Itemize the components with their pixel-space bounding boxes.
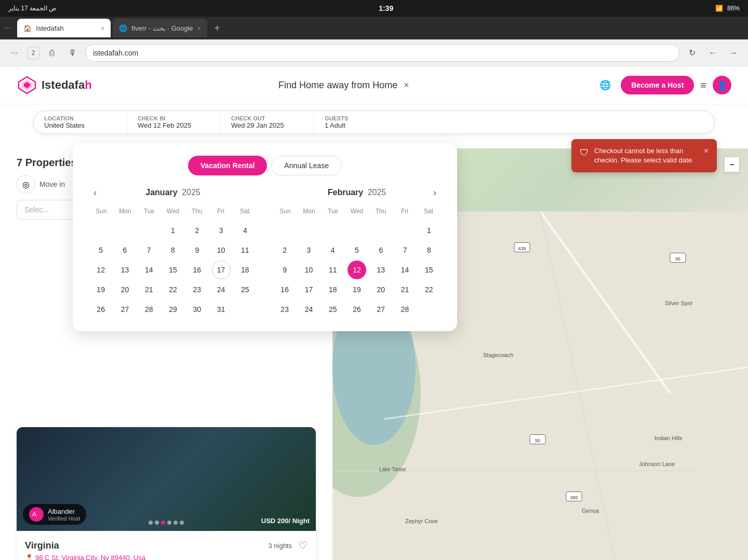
url-bar[interactable]: istedafah.com <box>85 44 679 62</box>
jan-day-15[interactable]: 15 <box>164 261 182 279</box>
property-address: 📍 98 C St, Virginia City, Nv 89440, Usa <box>25 554 308 560</box>
jan-day-31[interactable]: 31 <box>212 300 231 319</box>
hamburger-icon[interactable]: ≡ <box>700 79 706 91</box>
jan-day-3[interactable]: 3 <box>212 221 231 240</box>
feb-day-27[interactable]: 27 <box>371 300 390 319</box>
feb-day-10[interactable]: 10 <box>299 261 318 279</box>
feb-day-22[interactable]: 22 <box>420 280 438 299</box>
map-zoom-out-button[interactable]: − <box>724 157 740 172</box>
vacation-rental-tab[interactable]: Vacation Rental <box>188 156 267 175</box>
feb-day-24[interactable]: 24 <box>299 300 318 319</box>
jan-day-28[interactable]: 28 <box>140 300 158 319</box>
feb-day-9[interactable]: 9 <box>275 261 294 279</box>
feb-day-2[interactable]: 2 <box>275 241 294 259</box>
logo[interactable]: Istedafah <box>17 75 92 95</box>
nav-dots-button[interactable]: ··· <box>6 45 23 61</box>
feb-day-17[interactable]: 17 <box>299 280 318 299</box>
tab-more-icon[interactable]: ··· <box>4 23 11 33</box>
jan-day-23[interactable]: 23 <box>188 280 206 299</box>
microphone-button[interactable]: 🎙 <box>64 45 81 61</box>
checkout-field[interactable]: Check Out Wed 29 Jan 2025 <box>221 111 314 133</box>
feb-day-19[interactable]: 19 <box>348 280 366 299</box>
feb-day-13[interactable]: 13 <box>371 261 390 279</box>
february-days: 1 2 3 4 5 6 7 8 9 10 11 <box>273 221 440 319</box>
jan-day-19[interactable]: 19 <box>91 280 110 299</box>
feb-day-1[interactable]: 1 <box>420 221 438 240</box>
jan-day-14[interactable]: 14 <box>140 261 158 279</box>
user-avatar[interactable]: 👤 <box>713 76 731 94</box>
prev-month-button[interactable]: ‹ <box>89 185 101 200</box>
jan-day-6[interactable]: 6 <box>115 241 134 259</box>
feb-day-16[interactable]: 16 <box>275 280 294 299</box>
feb-day-21[interactable]: 21 <box>396 280 415 299</box>
jan-day-26[interactable]: 26 <box>91 300 110 319</box>
guests-value: 1 Adult <box>325 121 397 129</box>
jan-day-12[interactable]: 12 <box>91 261 110 279</box>
feb-day-11[interactable]: 11 <box>324 261 342 279</box>
jan-day-5[interactable]: 5 <box>91 241 110 259</box>
jan-day-30[interactable]: 30 <box>188 300 206 319</box>
avatar-icon: 👤 <box>717 80 727 90</box>
language-button[interactable]: 🌐 <box>596 76 615 94</box>
jan-day-11[interactable]: 11 <box>236 241 255 259</box>
jan-day-24[interactable]: 24 <box>212 280 231 299</box>
checkin-field[interactable]: Check In Wed 12 Feb 2025 <box>127 111 221 133</box>
favorite-button[interactable]: ♡ <box>298 539 308 552</box>
feb-day-4[interactable]: 4 <box>324 241 342 259</box>
error-close-button[interactable]: × <box>704 146 709 156</box>
feb-day-20[interactable]: 20 <box>371 280 390 299</box>
jan-day-29[interactable]: 29 <box>164 300 182 319</box>
location-target-button[interactable]: ◎ <box>17 175 35 194</box>
feb-day-5[interactable]: 5 <box>348 241 366 259</box>
tab-fiverr[interactable]: 🌐 fiverr - بحث · Google × <box>113 19 207 37</box>
guests-field[interactable]: Guests 1 Adult <box>314 111 408 133</box>
host-avatar-icon: A <box>32 511 36 518</box>
back-button[interactable]: ← <box>704 45 721 61</box>
feb-day-26[interactable]: 26 <box>348 300 366 319</box>
tab-istedafah[interactable]: 🏠 Istedafah × <box>17 19 111 37</box>
feb-day-7[interactable]: 7 <box>396 241 415 259</box>
tab-fiverr-close-icon[interactable]: × <box>197 24 202 32</box>
feb-day-14[interactable]: 14 <box>396 261 415 279</box>
jan-day-22[interactable]: 22 <box>164 280 182 299</box>
jan-day-21[interactable]: 21 <box>140 280 158 299</box>
jan-day-4[interactable]: 4 <box>236 221 255 240</box>
feb-day-28[interactable]: 28 <box>396 300 415 319</box>
nav-tab-count[interactable]: 2 <box>27 47 39 59</box>
jan-day-8[interactable]: 8 <box>164 241 182 259</box>
next-month-button[interactable]: › <box>429 185 440 200</box>
new-tab-button[interactable]: + <box>209 20 225 36</box>
url-text: istedafah.com <box>93 49 138 57</box>
jan-day-17[interactable]: 17 <box>212 261 231 279</box>
jan-day-7[interactable]: 7 <box>140 241 158 259</box>
location-field[interactable]: Location United States <box>34 111 127 133</box>
jan-day-27[interactable]: 27 <box>115 300 134 319</box>
feb-day-18[interactable]: 18 <box>324 280 342 299</box>
jan-day-1[interactable]: 1 <box>164 221 182 240</box>
become-host-button[interactable]: Become a Host <box>621 76 694 94</box>
reload-button[interactable]: ↻ <box>684 45 700 61</box>
search-close-icon[interactable]: × <box>404 80 409 91</box>
feb-day-12[interactable]: 12 <box>348 261 366 279</box>
january-calendar: ‹ January 2025 Sun Mon Tue Wed Thu <box>89 188 257 319</box>
feb-day-23[interactable]: 23 <box>275 300 294 319</box>
feb-day-25[interactable]: 25 <box>324 300 342 319</box>
february-calendar: February 2025 › Sun Mon Tue Wed Thu Fri <box>273 188 440 319</box>
share-button[interactable]: ⎙ <box>44 45 60 61</box>
jan-day-25[interactable]: 25 <box>236 280 255 299</box>
tab-favicon: 🏠 <box>23 24 32 32</box>
jan-day-13[interactable]: 13 <box>115 261 134 279</box>
jan-day-2[interactable]: 2 <box>188 221 206 240</box>
tab-close-icon[interactable]: × <box>101 24 105 32</box>
feb-day-6[interactable]: 6 <box>371 241 390 259</box>
feb-day-15[interactable]: 15 <box>420 261 438 279</box>
jan-day-10[interactable]: 10 <box>212 241 231 259</box>
jan-day-16[interactable]: 16 <box>188 261 206 279</box>
annual-lease-tab[interactable]: Annual Lease <box>271 156 342 175</box>
feb-day-8[interactable]: 8 <box>420 241 438 259</box>
feb-day-3[interactable]: 3 <box>299 241 318 259</box>
jan-day-9[interactable]: 9 <box>188 241 206 259</box>
jan-day-20[interactable]: 20 <box>115 280 134 299</box>
jan-day-18[interactable]: 18 <box>236 261 255 279</box>
forward-button[interactable]: → <box>725 45 742 61</box>
